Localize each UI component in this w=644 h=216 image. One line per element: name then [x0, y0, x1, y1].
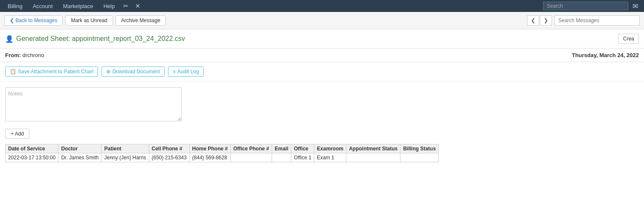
person-icon: 👤: [5, 35, 14, 43]
mark-as-unread-button[interactable]: Mark as Unread: [65, 15, 113, 26]
search-messages-input[interactable]: [554, 15, 640, 26]
notes-textarea[interactable]: [5, 87, 182, 121]
table-cell: Office 1: [291, 153, 314, 162]
from-sender: drchrono: [22, 52, 44, 58]
table-cell: Exam 1: [314, 153, 346, 162]
download-icon: ⊕: [106, 69, 110, 75]
col-date-of-service: Date of Service: [6, 144, 58, 153]
col-appointment-status: Appointment Status: [346, 144, 400, 153]
nav-help[interactable]: Help: [99, 2, 119, 10]
scissors-icon: ✂: [121, 2, 131, 10]
top-nav: Billing Account Marketplace Help ✂ ✕ ✉: [0, 0, 644, 12]
audit-icon: ≡: [173, 69, 176, 75]
search-input[interactable]: [543, 2, 628, 10]
attachment-bar: 📋 Save Attachment to Patient Chart ⊕ Dow…: [0, 62, 644, 81]
col-email: Email: [272, 144, 291, 153]
table-cell: Jenny (Jen) Harris: [102, 153, 149, 162]
action-bar: ❮ Back to Messages Mark as Unread Archiv…: [0, 12, 644, 29]
col-office: Office: [291, 144, 314, 153]
add-button[interactable]: + Add: [5, 129, 29, 139]
table-cell: [346, 153, 400, 162]
col-patient: Patient: [102, 144, 149, 153]
from-field: From: drchrono: [5, 52, 44, 58]
create-button[interactable]: Crea: [618, 34, 639, 44]
table-cell: 2022-03-17 13:50:00: [6, 153, 58, 162]
nav-billing[interactable]: Billing: [3, 2, 27, 10]
close-icon[interactable]: ✕: [133, 2, 143, 10]
download-document-button[interactable]: ⊕ Download Document: [102, 66, 164, 77]
from-line: From: drchrono Thursday, March 24, 2022: [0, 49, 644, 62]
col-doctor: Doctor: [58, 144, 102, 153]
save-attachment-button[interactable]: 📋 Save Attachment to Patient Chart: [5, 66, 98, 77]
archive-message-button[interactable]: Archive Message: [116, 15, 166, 26]
table-cell: [272, 153, 291, 162]
col-cell-phone: Cell Phone #: [149, 144, 189, 153]
table-cell: [230, 153, 272, 162]
notes-section: [0, 81, 644, 126]
table-cell: (650) 215-6343: [149, 153, 189, 162]
nav-arrows: ❮ ❯: [527, 15, 552, 26]
table-cell: [400, 153, 439, 162]
audit-log-button[interactable]: ≡ Audit Log: [168, 66, 204, 77]
col-examroom: Examroom: [314, 144, 346, 153]
next-message-button[interactable]: ❯: [540, 15, 552, 26]
col-billing-status: Billing Status: [400, 144, 439, 153]
table-header-row: Date of Service Doctor Patient Cell Phon…: [6, 144, 439, 153]
nav-marketplace[interactable]: Marketplace: [59, 2, 98, 10]
col-home-phone: Home Phone #: [189, 144, 230, 153]
table-cell: Dr. James Smith: [58, 153, 102, 162]
message-date: Thursday, March 24, 2022: [572, 52, 639, 58]
nav-account[interactable]: Account: [29, 2, 57, 10]
save-icon: 📋: [10, 69, 16, 75]
message-title-bar: 👤 Generated Sheet: appointment_report_03…: [0, 29, 644, 49]
col-office-phone: Office Phone #: [230, 144, 272, 153]
back-to-messages-button[interactable]: ❮ Back to Messages: [4, 15, 63, 26]
table-cell: (844) 569-8628: [189, 153, 230, 162]
prev-message-button[interactable]: ❮: [527, 15, 539, 26]
add-btn-row: + Add: [0, 126, 644, 144]
table-row: 2022-03-17 13:50:00Dr. James SmithJenny …: [6, 153, 439, 162]
data-table-section: Date of Service Doctor Patient Cell Phon…: [0, 144, 644, 167]
from-label: From:: [5, 52, 21, 58]
appointments-table: Date of Service Doctor Patient Cell Phon…: [5, 144, 439, 162]
message-title: 👤 Generated Sheet: appointment_report_03…: [5, 35, 185, 43]
email-icon[interactable]: ✉: [630, 1, 641, 11]
